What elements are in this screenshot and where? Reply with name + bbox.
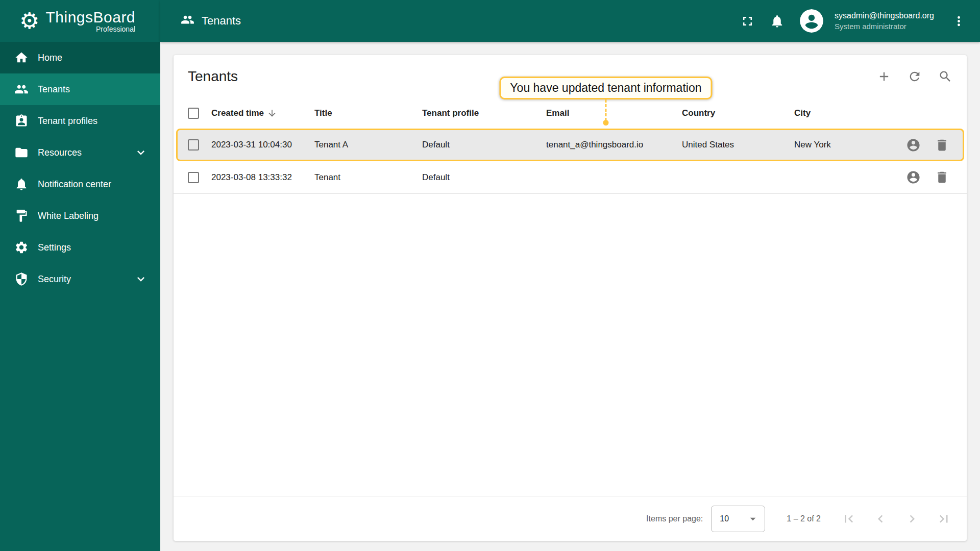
page-size-value: 10 [720, 514, 729, 523]
cell-created-time: 2023-03-08 13:33:32 [211, 172, 314, 183]
cell-country: United States [682, 140, 794, 150]
thingsboard-logo-icon: ⚙ [19, 10, 39, 32]
main-column: Tenants sysadmin@thingsboard.org System … [160, 0, 980, 551]
sort-arrow-down-icon [267, 108, 277, 118]
tenant-row-tenant[interactable]: 2023-03-08 13:33:32 Tenant Default [174, 161, 967, 194]
notification-center-icon [14, 177, 29, 191]
add-tenant-button[interactable] [872, 64, 896, 89]
sidebar-nav: Home Tenants Tenant profiles Resources N… [0, 42, 160, 295]
sidebar-item-tenant-profiles[interactable]: Tenant profiles [0, 105, 160, 137]
refresh-button[interactable] [902, 64, 927, 89]
sidebar-item-label: Tenants [38, 84, 148, 95]
next-page-button[interactable] [904, 511, 920, 527]
last-page-button[interactable] [936, 511, 951, 527]
column-header-city[interactable]: City [794, 108, 891, 118]
sidebar-item-notification-center[interactable]: Notification center [0, 168, 160, 200]
previous-page-button[interactable] [873, 511, 888, 527]
sidebar: ⚙ ThingsBoard Professional Home Tenants … [0, 0, 160, 551]
column-header-email[interactable]: Email [546, 108, 682, 118]
manage-tenant-admins-button[interactable] [902, 167, 924, 188]
settings-icon [14, 240, 29, 255]
search-button[interactable] [933, 64, 958, 89]
chevron-down-icon [134, 145, 148, 160]
tenants-icon [181, 13, 194, 30]
cell-email: tenant_a@thingsboard.io [546, 140, 682, 150]
delete-tenant-button[interactable] [931, 134, 952, 156]
sidebar-item-label: White Labeling [38, 211, 148, 221]
column-header-created-time[interactable]: Created time [211, 108, 314, 118]
tenants-table-card: Tenants You have updated tenant informat… [174, 55, 967, 541]
home-icon [14, 51, 29, 65]
sidebar-item-label: Settings [38, 242, 148, 253]
cell-tenant-profile: Default [422, 172, 546, 183]
user-avatar[interactable] [800, 9, 823, 33]
sidebar-item-security[interactable]: Security [0, 263, 160, 295]
user-email: sysadmin@thingsboard.org [835, 11, 934, 21]
column-header-title[interactable]: Title [314, 108, 422, 118]
content-area: Tenants You have updated tenant informat… [160, 42, 980, 551]
folder-icon [14, 145, 29, 160]
column-header-tenant-profile[interactable]: Tenant profile [422, 108, 546, 118]
app-logo[interactable]: ⚙ ThingsBoard Professional [0, 0, 160, 42]
row-checkbox[interactable] [188, 139, 199, 151]
user-role: System administrator [835, 21, 934, 32]
app-root: ⚙ ThingsBoard Professional Home Tenants … [0, 0, 980, 551]
brand-edition: Professional [96, 25, 135, 33]
table-paginator: Items per page: 10 1 – 2 of 2 [174, 496, 967, 541]
sidebar-item-label: Notification center [38, 179, 148, 190]
sidebar-item-tenants[interactable]: Tenants [0, 73, 160, 105]
tenant-profiles-icon [14, 114, 29, 128]
notifications-bell-button[interactable] [765, 9, 790, 33]
tenants-icon [14, 82, 29, 96]
topbar: Tenants sysadmin@thingsboard.org System … [160, 0, 980, 42]
card-title: Tenants [188, 68, 872, 85]
sidebar-item-label: Tenant profiles [38, 116, 148, 127]
items-per-page-select[interactable]: 10 [711, 506, 765, 532]
cell-created-time: 2023-03-31 10:04:30 [211, 140, 314, 150]
cell-tenant-profile: Default [422, 140, 546, 150]
tenant-row-tenant-a[interactable]: 2023-03-31 10:04:30 Tenant A Default ten… [176, 129, 964, 161]
sidebar-item-home[interactable]: Home [0, 42, 160, 73]
select-all-checkbox[interactable] [188, 108, 199, 119]
white-labeling-icon [14, 209, 29, 223]
sidebar-item-label: Resources [38, 147, 125, 158]
sidebar-item-label: Home [38, 53, 148, 63]
sidebar-item-label: Security [38, 274, 125, 285]
brand-name: ThingsBoard [45, 9, 135, 26]
dropdown-arrow-icon [746, 512, 760, 525]
fullscreen-button[interactable] [736, 9, 760, 33]
delete-tenant-button[interactable] [931, 167, 952, 188]
sidebar-item-settings[interactable]: Settings [0, 232, 160, 263]
page-title: Tenants [181, 13, 241, 30]
sidebar-item-resources[interactable]: Resources [0, 137, 160, 168]
table-header-row: Created time Title Tenant profile Email … [174, 98, 967, 129]
row-checkbox[interactable] [188, 172, 199, 183]
page-range-label: 1 – 2 of 2 [787, 514, 821, 523]
chevron-down-icon [134, 272, 148, 286]
first-page-button[interactable] [841, 511, 856, 527]
security-icon [14, 272, 29, 286]
more-options-kebab-button[interactable] [946, 9, 971, 33]
cell-title: Tenant [314, 172, 422, 183]
column-header-country[interactable]: Country [682, 108, 794, 118]
manage-tenant-admins-button[interactable] [902, 134, 924, 156]
user-info: sysadmin@thingsboard.org System administ… [835, 11, 934, 31]
page-title-label: Tenants [202, 14, 241, 28]
items-per-page-label: Items per page: [646, 514, 703, 523]
cell-city: New York [794, 140, 891, 150]
cell-title: Tenant A [314, 140, 422, 150]
sidebar-item-white-labeling[interactable]: White Labeling [0, 200, 160, 232]
card-header: Tenants [174, 55, 967, 98]
